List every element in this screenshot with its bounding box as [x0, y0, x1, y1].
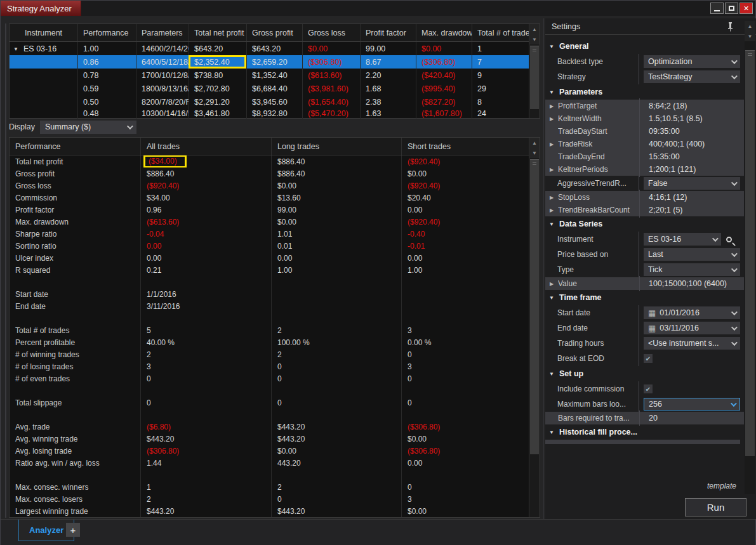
optimizer-row[interactable]: 0.781700/10/12/8/$738.80$1,352.40($613.6…	[10, 69, 529, 82]
optimizer-row[interactable]: 0.508200/7/8/20/F$2,291.20$3,945.60($1,6…	[10, 95, 529, 108]
template-link[interactable]: template	[707, 482, 736, 490]
scroll-down-icon[interactable]: ▼	[745, 31, 755, 41]
scroll-up-icon[interactable]: ▲	[529, 24, 540, 34]
scroll-track[interactable]	[745, 41, 755, 494]
dropdown[interactable]: TestStrategy	[644, 70, 740, 83]
optimizer-row[interactable]: 0.591800/8/13/16/$2,702.80$6,684.40($3,9…	[10, 82, 529, 95]
input-field[interactable]: 8;64;2 (18)	[644, 100, 736, 112]
scroll-thumb[interactable]	[530, 46, 539, 109]
scroll-thumb[interactable]	[530, 159, 539, 454]
chevron-down-icon	[731, 309, 738, 315]
scroll-track[interactable]	[529, 158, 540, 517]
column-header-long-trades[interactable]: Long trades	[271, 138, 401, 155]
scroll-down-icon[interactable]: ▼	[529, 34, 540, 44]
grid-cell: 9	[472, 69, 529, 82]
checkbox[interactable]: ✔	[644, 384, 653, 393]
metric-value	[140, 276, 271, 288]
input-field[interactable]: 1;200;1 (121)	[644, 163, 736, 176]
checkbox[interactable]: ✔	[644, 354, 653, 363]
pin-icon[interactable]	[727, 22, 734, 32]
scroll-up-icon[interactable]: ▲	[529, 138, 540, 148]
section-collapse-icon[interactable]: ▼	[549, 221, 559, 227]
column-header-max-drawdow[interactable]: Max. drawdow	[416, 24, 472, 41]
column-header-parameters[interactable]: Parameters	[136, 24, 189, 41]
summary-scrollbar[interactable]: ▲ ▼	[529, 138, 540, 517]
input-field[interactable]: 2;20;1 (5)	[644, 204, 736, 216]
run-button[interactable]: Run	[685, 498, 746, 516]
optimizer-row[interactable]: 0.4810300/14/16/5$3,461.80$8,932.80($5,4…	[10, 108, 529, 119]
setting-label: Break at EOD	[557, 354, 639, 363]
column-header-total-of-trade[interactable]: Total # of trade	[472, 24, 529, 41]
cell-text: ($3,981.60)	[308, 84, 348, 93]
dropdown[interactable]: Last	[644, 248, 740, 261]
column-header-instrument[interactable]: Instrument	[10, 24, 77, 41]
expand-icon[interactable]: ▶	[550, 207, 558, 213]
dropdown[interactable]: ES 03-16	[644, 233, 721, 246]
scroll-down-icon[interactable]: ▼	[529, 148, 540, 158]
dropdown[interactable]: <Use instrument s...	[644, 337, 740, 350]
expand-icon[interactable]: ▶	[550, 103, 558, 109]
metric-value: $0.00	[271, 180, 401, 192]
optimizer-scrollbar[interactable]: ▲ ▼	[529, 24, 540, 118]
dropdown[interactable]: False	[644, 177, 740, 190]
section-collapse-icon[interactable]: ▼	[549, 89, 559, 95]
section-collapse-icon[interactable]: ▼	[549, 44, 559, 49]
optimizer-row[interactable]: 0.866400/5/12/18/$2,352.40$2,659.20($306…	[10, 55, 529, 69]
optimizer-row[interactable]: ▼ES 03-161.0014600/2/14/26$643.20$643.20…	[10, 42, 529, 55]
section-collapse-icon[interactable]: ▼	[549, 371, 559, 377]
expand-icon[interactable]: ▶	[550, 195, 558, 200]
metric-value: $0.00	[401, 505, 529, 517]
dropdown[interactable]: Tick	[644, 263, 740, 276]
dropdown[interactable]: ▦03/11/2016	[644, 322, 740, 334]
input-field[interactable]: 4;16;1 (12)	[644, 191, 736, 204]
settings-scrollbar[interactable]: ▲ ▼	[745, 21, 755, 494]
titlebar[interactable]: Strategy Analyzer ✕	[1, 1, 755, 16]
expand-icon[interactable]: ▶	[550, 281, 558, 287]
scroll-thumb[interactable]	[745, 50, 755, 456]
scroll-up-icon[interactable]: ▲	[745, 21, 755, 31]
expand-icon[interactable]: ▶	[550, 167, 558, 173]
input-field[interactable]: 1.5;10.5;1 (8.5)	[644, 112, 736, 125]
dropdown[interactable]: 256	[644, 398, 740, 410]
metric-value	[401, 384, 529, 397]
column-header-all-trades[interactable]: All trades	[140, 138, 271, 155]
row-expander-icon[interactable]: ▼	[13, 46, 18, 51]
field-column: 20	[639, 410, 736, 426]
dropdown[interactable]: ▦01/01/2016	[644, 306, 740, 319]
section-collapse-icon[interactable]: ▼	[549, 430, 559, 435]
column-header-performance[interactable]: Performance	[10, 138, 140, 155]
field-value: 1;200;1 (121)	[649, 165, 731, 174]
close-button[interactable]: ✕	[739, 3, 753, 14]
column-header-total-net-profit[interactable]: Total net profit	[189, 24, 246, 41]
metric-value: 0.00 %	[401, 336, 529, 348]
expand-icon[interactable]: ▶	[550, 116, 558, 122]
input-field[interactable]: 20	[644, 412, 736, 424]
maximize-button[interactable]	[725, 3, 738, 14]
add-tab-button[interactable]: +	[66, 523, 80, 537]
dropdown[interactable]: Optimization	[644, 55, 740, 68]
input-field[interactable]: 400;400;1 (400)	[644, 138, 736, 150]
chevron-down-icon	[731, 58, 738, 64]
input-field[interactable]: 100;15000;100 (6400)	[644, 277, 736, 290]
expand-icon[interactable]: ▶	[550, 141, 558, 147]
column-header-gross-profit[interactable]: Gross profit	[246, 24, 302, 41]
panel-separator[interactable]	[543, 18, 544, 519]
cell-text: 1.63	[366, 109, 381, 118]
minimize-button[interactable]	[710, 3, 724, 14]
display-dropdown[interactable]: Summary ($)	[40, 121, 136, 134]
column-header-performance[interactable]: Performance	[77, 24, 136, 41]
input-field[interactable]: 09:35:00	[644, 125, 736, 138]
field-column: 1;200;1 (121)	[639, 162, 736, 177]
column-header-profit-factor[interactable]: Profit factor	[360, 24, 416, 41]
scroll-track[interactable]	[529, 44, 540, 118]
metric-value: $34.00	[140, 192, 271, 204]
horizontal-scrollbar[interactable]	[639, 440, 736, 444]
search-icon[interactable]	[726, 237, 732, 242]
input-field[interactable]: 15:35:00	[644, 150, 736, 163]
section-collapse-icon[interactable]: ▼	[549, 295, 559, 301]
cell-text: 0.78	[83, 71, 98, 80]
column-header-short-trades[interactable]: Short trades	[401, 138, 529, 155]
cell-text: $2,702.80	[194, 84, 230, 93]
metric-value: 2	[140, 348, 271, 360]
column-header-gross-loss[interactable]: Gross loss	[302, 24, 360, 41]
